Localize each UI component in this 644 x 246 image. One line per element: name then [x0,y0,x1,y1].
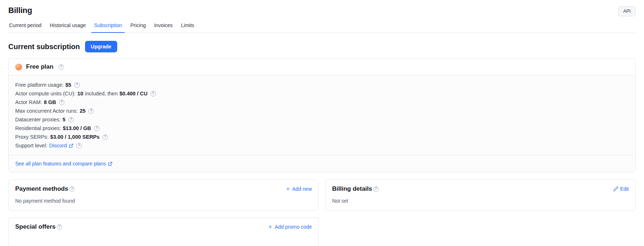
plan-card-footer: See all plan features and compare plans [9,155,635,172]
help-icon[interactable] [88,108,94,114]
help-icon[interactable] [151,91,156,96]
feature-actor-ram: Actor RAM: 8 GB [15,99,629,105]
payment-methods-empty-text: No payment method found [15,198,312,204]
help-icon[interactable] [57,224,62,230]
payment-methods-title: Payment methods [15,185,68,193]
tab-limits[interactable]: Limits [180,20,195,33]
feature-residential-proxies: Residential proxies: $13.00 / GB [15,125,629,131]
feature-label: Support level: [15,143,47,148]
pencil-icon [613,186,618,191]
feature-value: 10 [77,91,83,96]
tab-pricing[interactable]: Pricing [130,20,147,33]
payment-methods-header: Payment methods Add new [15,185,312,193]
plan-card-header: Free plan [9,59,635,75]
payment-billing-row: Payment methods Add new No payment metho… [8,180,636,211]
upgrade-button[interactable]: Upgrade [85,41,117,52]
feature-label: Proxy SERPs: [15,134,48,140]
feature-value: 8 GB [44,99,56,105]
plan-card: Free plan Free platform usage: $5 Actor … [8,58,636,172]
feature-label: Actor compute units (CU): [15,91,76,96]
external-link-icon [108,161,113,166]
edit-billing-details-label: Edit [620,186,629,192]
feature-value: $3.00 / 1,000 SERPs [50,134,99,140]
discord-link[interactable]: Discord [49,143,73,148]
feature-platform-usage: Free platform usage: $5 [15,82,629,88]
add-payment-method-label: Add new [292,186,312,192]
help-icon[interactable] [74,82,80,88]
add-promo-code-label: Add promo code [275,224,312,230]
billing-details-empty-text: Not set [332,198,629,204]
plan-color-dot-icon [15,64,22,70]
tab-historical-usage[interactable]: Historical usage [49,20,87,33]
help-icon[interactable] [373,186,379,192]
tab-current-period[interactable]: Current period [8,20,42,33]
feature-label: Datacenter proxies: [15,117,61,122]
special-offers-row: Special offers Add promo code [8,217,636,246]
plan-features-list: Free platform usage: $5 Actor compute un… [9,75,635,155]
billing-details-title-wrap: Billing details [332,185,379,193]
discord-link-label: Discord [49,143,67,148]
feature-label: Actor RAM: [15,99,42,105]
special-offers-header: Special offers Add promo code [15,223,312,230]
feature-datacenter-proxies: Datacenter proxies: 5 [15,117,629,122]
feature-label: Residential proxies: [15,125,61,131]
external-link-icon [69,143,73,148]
feature-value: $0.400 / CU [119,91,147,96]
plan-name: Free plan [26,63,54,70]
feature-value: 5 [63,117,65,122]
help-icon[interactable] [69,186,75,192]
billing-tabs: Current period Historical usage Subscrip… [8,20,636,33]
help-icon[interactable] [59,100,64,105]
billing-details-header: Billing details Edit [332,185,629,193]
feature-label: Max concurrent Actor runs: [15,108,78,114]
special-offers-title-wrap: Special offers [15,223,62,230]
feature-max-concurrent-runs: Max concurrent Actor runs: 25 [15,108,629,114]
feature-value: $13.00 / GB [63,125,91,131]
compare-plans-link-label: See all plan features and compare plans [15,161,106,167]
feature-value: $5 [65,82,71,88]
feature-support-level: Support level: Discord [15,143,629,148]
tab-subscription[interactable]: Subscription [93,20,123,33]
page-title: Billing [8,6,32,15]
plus-icon [268,224,273,229]
feature-compute-units: Actor compute units (CU): 10 included, t… [15,91,629,96]
current-subscription-section-header: Current subscription Upgrade [8,41,636,52]
help-icon[interactable] [102,134,108,140]
feature-value: 25 [80,108,85,114]
payment-methods-title-wrap: Payment methods [15,185,75,193]
payment-methods-card: Payment methods Add new No payment metho… [8,180,319,211]
special-offers-card: Special offers Add promo code [8,217,319,246]
help-icon[interactable] [59,64,64,70]
api-button[interactable]: API [618,6,636,16]
title-row: Billing API [8,6,636,16]
help-icon[interactable] [76,143,82,148]
plus-icon [285,186,291,191]
section-heading: Current subscription [8,43,80,51]
help-icon[interactable] [68,117,74,122]
tab-invoices[interactable]: Invoices [153,20,173,33]
feature-text: included, then [85,91,118,96]
help-icon[interactable] [94,126,99,131]
feature-label: Free platform usage: [15,82,64,88]
add-payment-method-button[interactable]: Add new [285,186,312,192]
compare-plans-link[interactable]: See all plan features and compare plans [15,161,113,167]
feature-proxy-serps: Proxy SERPs: $3.00 / 1,000 SERPs [15,134,629,140]
billing-details-card: Billing details Edit Not set [325,180,636,211]
special-offers-title: Special offers [15,223,56,230]
add-promo-code-button[interactable]: Add promo code [268,224,312,230]
billing-page: Billing API Current period Historical us… [0,0,644,246]
edit-billing-details-button[interactable]: Edit [613,186,629,192]
billing-details-title: Billing details [332,185,372,193]
